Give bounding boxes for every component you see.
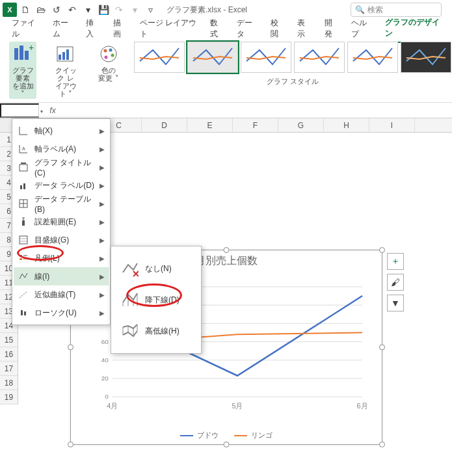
tab-insert[interactable]: 挿入 — [79, 15, 106, 42]
tab-home[interactable]: ホーム — [46, 15, 80, 42]
menu-item-legend[interactable]: 凡例(L)▶ — [14, 249, 109, 267]
menu-label: 凡例(L) — [34, 253, 94, 264]
menu-label: データ テーブル(B) — [34, 194, 94, 214]
resize-handle[interactable] — [379, 247, 385, 253]
chevron-right-icon: ▶ — [100, 127, 105, 135]
menu-label: 軸(X) — [34, 126, 94, 137]
svg-text:A: A — [22, 146, 25, 151]
legend-icon — [18, 252, 29, 264]
svg-point-9 — [104, 49, 107, 53]
menu-item-data-table[interactable]: データ テーブル(B)▶ — [14, 194, 109, 213]
chart-styles-button[interactable]: 🖌 — [387, 274, 404, 291]
svg-rect-45 — [20, 258, 22, 260]
legend-label: ブドウ — [197, 430, 219, 440]
quick-layout-button[interactable]: クイック レイアウト ˅ — [52, 42, 79, 99]
name-box[interactable] — [0, 103, 39, 118]
menu-item-axis[interactable]: 軸(X)▶ — [14, 122, 109, 140]
lines-icon — [18, 271, 29, 282]
chart-filter-button[interactable]: ▼ — [387, 295, 404, 311]
change-colors-button[interactable]: 色の 変更 ˅ — [95, 42, 122, 83]
svg-rect-0 — [14, 48, 18, 60]
doc-title: グラフ要素.xlsx - Excel — [166, 5, 247, 16]
chart-style-4[interactable] — [294, 42, 345, 73]
tab-help[interactable]: ヘルプ — [345, 15, 379, 42]
chart-style-1[interactable] — [134, 42, 185, 73]
svg-rect-34 — [23, 183, 25, 189]
menu-item-error-bars[interactable]: 誤差範囲(E)▶ — [14, 213, 109, 231]
svg-text:40: 40 — [101, 356, 109, 364]
chevron-right-icon: ▶ — [100, 146, 105, 153]
chevron-right-icon: ▶ — [100, 200, 105, 207]
svg-rect-1 — [20, 46, 23, 60]
menu-item-gridlines[interactable]: 目盛線(G)▶ — [14, 231, 109, 249]
tab-formulas[interactable]: 数式 — [204, 15, 230, 42]
svg-rect-6 — [62, 52, 65, 60]
tab-review[interactable]: 校閲 — [264, 15, 291, 42]
col-header[interactable]: I — [369, 118, 415, 132]
resize-handle[interactable] — [68, 345, 73, 350]
menu-item-data-label[interactable]: データ ラベル(D)▶ — [14, 176, 109, 194]
chart-style-5[interactable] — [347, 42, 398, 73]
col-header[interactable]: G — [278, 118, 324, 132]
menu-label: 目盛線(G) — [34, 235, 94, 246]
legend-label: リンゴ — [251, 430, 273, 440]
resize-handle[interactable] — [379, 442, 385, 447]
svg-rect-50 — [24, 311, 26, 315]
resize-handle[interactable] — [68, 442, 73, 447]
row-header[interactable]: 19 — [0, 390, 18, 404]
tab-file[interactable]: ファイル — [5, 15, 46, 42]
svg-line-48 — [20, 291, 27, 298]
menu-item-lines[interactable]: 線(I)▶ — [14, 267, 109, 285]
add-element-label: グラフ要素 を追加 ˅ — [12, 66, 34, 98]
resize-handle[interactable] — [224, 442, 230, 447]
tab-data[interactable]: データ — [230, 15, 264, 42]
svg-text:0: 0 — [105, 393, 109, 400]
ribbon-tabs: ファイル ホーム 挿入 描画 ページ レイアウト 数式 データ 校閲 表示 開発… — [0, 20, 452, 38]
svg-point-11 — [111, 54, 114, 57]
tab-draw[interactable]: 描画 — [107, 15, 133, 42]
menu-item-trendline[interactable]: 近似曲線(T)▶ — [14, 285, 109, 304]
fx-label[interactable]: fx — [43, 106, 62, 115]
chart-style-2[interactable] — [187, 42, 238, 73]
submenu-item-high-low-lines[interactable]: 高低線(H) — [115, 315, 197, 347]
resize-handle[interactable] — [379, 345, 385, 350]
menu-label: 近似曲線(T) — [34, 289, 94, 300]
row-header[interactable]: 16 — [0, 347, 18, 362]
submenu-item-none[interactable]: なし(N) — [115, 253, 197, 284]
col-header[interactable]: E — [187, 118, 233, 132]
svg-point-10 — [109, 49, 113, 52]
row-header[interactable]: 18 — [0, 376, 18, 390]
tab-view[interactable]: 表示 — [291, 15, 317, 42]
row-header[interactable]: 17 — [0, 362, 18, 376]
chevron-right-icon: ▶ — [100, 310, 105, 317]
submenu-item-drop-lines[interactable]: 降下線(D) — [115, 284, 197, 315]
none-icon — [119, 258, 140, 279]
add-element-menu: 軸(X)▶A軸ラベル(A)▶グラフ タイトル(C)▶データ ラベル(D)▶データ… — [12, 118, 111, 325]
chart-title-icon — [18, 161, 29, 173]
tab-chart-design[interactable]: グラフのデザイン — [379, 14, 447, 43]
tab-developer[interactable]: 開発 — [318, 15, 345, 42]
menu-item-updown-bars[interactable]: ローソク(U)▶ — [14, 304, 109, 322]
svg-rect-5 — [59, 55, 61, 60]
menu-item-chart-title[interactable]: グラフ タイトル(C)▶ — [14, 158, 109, 176]
chevron-right-icon: ▶ — [100, 237, 105, 244]
chart-elements-button[interactable]: ＋ — [387, 253, 404, 270]
menu-label: 線(I) — [34, 271, 94, 282]
chart-style-3[interactable] — [241, 42, 291, 73]
add-chart-element-button[interactable]: + グラフ要素 を追加 ˅ — [9, 42, 36, 99]
tab-page-layout[interactable]: ページ レイアウト — [133, 15, 204, 42]
col-header[interactable]: H — [324, 118, 369, 132]
col-header[interactable]: D — [142, 118, 187, 132]
drop-lines-icon — [119, 289, 140, 310]
chevron-right-icon: ▶ — [100, 182, 105, 189]
row-header[interactable]: 15 — [0, 333, 18, 347]
col-header[interactable]: F — [233, 118, 278, 132]
chevron-right-icon: ▶ — [100, 255, 105, 262]
svg-text:5月: 5月 — [232, 402, 243, 410]
chart-style-6[interactable] — [401, 42, 451, 73]
resize-handle[interactable] — [224, 247, 230, 253]
error-bars-icon — [18, 216, 29, 228]
menu-item-axis-label[interactable]: A軸ラベル(A)▶ — [14, 140, 109, 158]
chart-legend[interactable]: ブドウ リンゴ — [71, 430, 382, 440]
data-table-icon — [18, 198, 29, 209]
